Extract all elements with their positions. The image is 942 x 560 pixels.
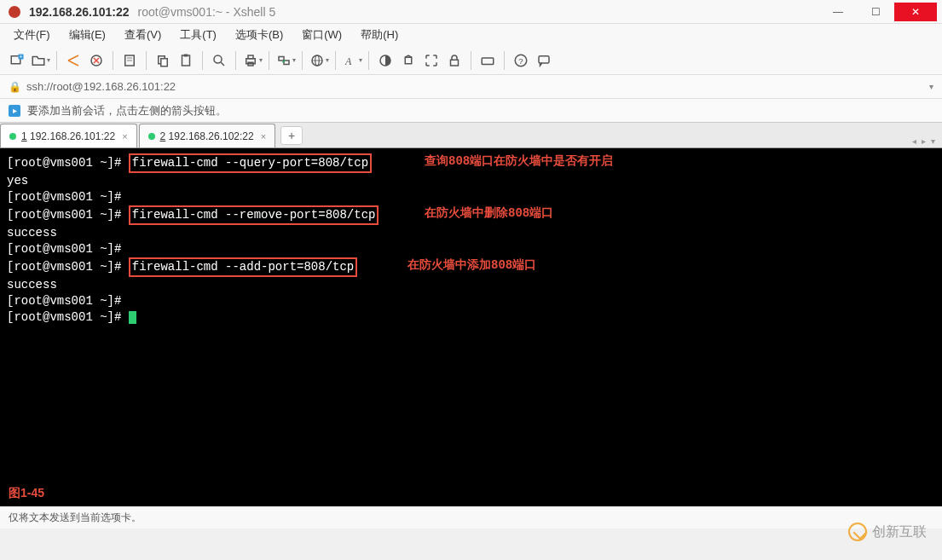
title-session: root@vms001:~ - Xshell 5 — [138, 5, 276, 19]
menu-bar: 文件(F) 编辑(E) 查看(V) 工具(T) 选项卡(B) 窗口(W) 帮助(… — [0, 24, 942, 46]
disconnect-icon[interactable] — [86, 50, 107, 71]
output-1: yes — [7, 173, 935, 189]
menu-view[interactable]: 查看(V) — [118, 26, 168, 44]
copy-icon[interactable] — [153, 50, 173, 71]
tab-2[interactable]: 2 192.168.26.102:22 × — [139, 124, 276, 147]
menu-window[interactable]: 窗口(W) — [295, 26, 349, 44]
close-button[interactable]: ✕ — [894, 3, 937, 21]
prompt: [root@vms001 ~]# — [7, 310, 129, 324]
menu-tabs[interactable]: 选项卡(B) — [228, 26, 290, 44]
address-dropdown-icon[interactable]: ▾ — [929, 82, 933, 91]
svg-text:?: ? — [518, 55, 523, 65]
prompt: [root@vms001 ~]# — [7, 242, 129, 256]
terminal[interactable]: [root@vms001 ~]# firewall-cmd --query-po… — [0, 148, 942, 506]
help-icon[interactable]: ? — [511, 50, 531, 71]
svg-text:+: + — [20, 53, 23, 59]
menu-file[interactable]: 文件(F) — [7, 26, 57, 44]
output-2: success — [7, 225, 935, 241]
watermark-logo-icon — [848, 522, 867, 541]
output-3: success — [7, 277, 935, 293]
tab-add-button[interactable]: + — [280, 126, 303, 145]
maximize-button[interactable]: ☐ — [857, 3, 894, 21]
menu-help[interactable]: 帮助(H) — [354, 26, 405, 44]
watermark-text: 创新互联 — [872, 523, 927, 541]
status-bar: 仅将文本发送到当前选项卡。 — [0, 506, 942, 528]
new-session-icon[interactable]: + — [7, 50, 27, 71]
tab-2-close-icon[interactable]: × — [261, 131, 266, 141]
prompt: [root@vms001 ~]# — [7, 208, 129, 222]
connect-icon[interactable] — [63, 50, 84, 71]
transfer-icon[interactable]: ▾ — [275, 50, 296, 71]
svg-rect-9 — [182, 55, 190, 66]
info-arrow-icon[interactable]: ▸ — [9, 105, 20, 117]
svg-rect-25 — [482, 58, 494, 65]
svg-rect-31 — [539, 55, 549, 62]
prompt: [root@vms001 ~]# — [7, 294, 129, 308]
address-url[interactable]: ssh://root@192.168.26.101:22 — [26, 80, 929, 93]
color-scheme-icon[interactable] — [375, 50, 396, 71]
print-icon[interactable]: ▾ — [242, 50, 263, 71]
title-bar: 192.168.26.101:22 root@vms001:~ - Xshell… — [0, 0, 942, 24]
svg-rect-24 — [451, 60, 459, 66]
prompt: [root@vms001 ~]# — [7, 156, 129, 170]
font-icon[interactable]: A▾ — [342, 50, 362, 71]
command-2: firewall-cmd --remove-port=808/tcp — [129, 205, 379, 225]
svg-rect-10 — [184, 54, 188, 56]
address-bar: 🔒 ssh://root@192.168.26.101:22 ▾ — [0, 75, 942, 99]
menu-tools[interactable]: 工具(T) — [173, 26, 223, 44]
svg-rect-16 — [279, 56, 284, 61]
keyboard-icon[interactable] — [477, 50, 498, 71]
fullscreen-icon[interactable] — [421, 50, 442, 71]
tab-menu-icon[interactable]: ▾ — [929, 135, 937, 147]
paste-icon[interactable] — [176, 50, 196, 71]
svg-point-11 — [214, 55, 222, 63]
tab-status-dot-icon — [9, 133, 16, 140]
annotation-2: 在防火墙中删除808端口 — [425, 205, 553, 222]
command-1: firewall-cmd --query-port=808/tcp — [129, 153, 372, 173]
menu-edit[interactable]: 编辑(E) — [62, 26, 113, 44]
annotation-1: 查询808端口在防火墙中是否有开启 — [425, 153, 613, 170]
tab-bar: 1 192.168.26.101:22 × 2 192.168.26.102:2… — [0, 123, 942, 148]
svg-rect-8 — [161, 58, 168, 66]
minimize-button[interactable]: — — [819, 3, 857, 21]
cursor — [129, 311, 136, 324]
svg-line-12 — [221, 62, 224, 66]
tab-prev-icon[interactable]: ◂ — [910, 135, 918, 147]
watermark: 创新互联 — [848, 522, 927, 541]
annotation-3: 在防火墙中添加808端口 — [407, 257, 536, 274]
prompt: [root@vms001 ~]# — [7, 190, 129, 204]
encoding-icon[interactable]: ▾ — [309, 50, 329, 71]
toolbar: + ▾ ▾ ▾ ▾ A▾ ? — [0, 46, 942, 75]
tab-next-icon[interactable]: ▸ — [920, 135, 928, 147]
title-ip: 192.168.26.101:22 — [29, 5, 130, 19]
tab-1-close-icon[interactable]: × — [122, 131, 127, 141]
properties-icon[interactable] — [119, 50, 140, 71]
prompt: [root@vms001 ~]# — [7, 260, 129, 274]
chat-icon[interactable] — [534, 50, 554, 71]
svg-rect-14 — [248, 55, 253, 59]
info-bar: ▸ 要添加当前会话，点击左侧的箭头按钮。 — [0, 99, 942, 123]
open-session-icon[interactable]: ▾ — [30, 50, 50, 71]
svg-rect-23 — [405, 57, 412, 64]
figure-label: 图1-45 — [9, 485, 44, 501]
app-icon — [9, 6, 20, 18]
info-text: 要添加当前会话，点击左侧的箭头按钮。 — [27, 103, 227, 118]
search-icon[interactable] — [209, 50, 229, 71]
ssh-lock-icon: 🔒 — [9, 81, 21, 93]
tab-1-label: 1 192.168.26.101:22 — [21, 130, 115, 142]
tab-2-label: 2 192.168.26.102:22 — [160, 130, 254, 142]
highlight-icon[interactable] — [398, 50, 419, 71]
lock-icon[interactable] — [444, 50, 465, 71]
tab-status-dot-icon — [148, 133, 155, 140]
svg-text:A: A — [344, 55, 352, 66]
command-3: firewall-cmd --add-port=808/tcp — [129, 257, 357, 277]
tab-1[interactable]: 1 192.168.26.101:22 × — [0, 124, 137, 147]
status-text: 仅将文本发送到当前选项卡。 — [9, 511, 142, 525]
